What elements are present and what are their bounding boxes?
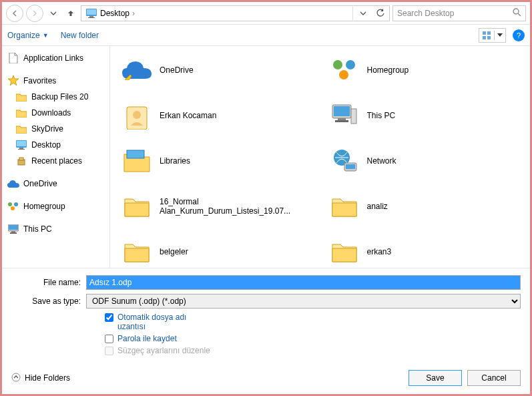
search-input[interactable]	[397, 9, 509, 18]
file-item[interactable]: Libraries	[119, 144, 314, 178]
svg-point-28	[133, 111, 141, 119]
chevron-down-icon	[497, 33, 503, 37]
save-button[interactable]: Save	[409, 370, 462, 386]
sidebar-item-label: Desktop	[31, 140, 61, 150]
svg-rect-2	[89, 16, 93, 17]
file-item[interactable]: Erkan Kocaman	[119, 98, 314, 133]
password-checkbox[interactable]: Parola ile kaydet	[105, 334, 212, 343]
chevron-right-icon[interactable]: ›	[132, 9, 135, 18]
filename-label: File name:	[11, 278, 86, 287]
sidebar-fav-item[interactable]: Recent places	[2, 153, 109, 169]
address-bar[interactable]: Desktop ›	[81, 5, 390, 21]
chevron-down-icon: ▼	[43, 32, 49, 39]
file-item[interactable]: analiz	[327, 189, 521, 224]
view-options-button[interactable]	[479, 28, 506, 43]
file-item[interactable]: Homegroup	[327, 53, 521, 87]
sidebar-item-favorites[interactable]: Favorites	[2, 73, 109, 89]
filename-input[interactable]	[86, 275, 521, 290]
sidebar-fav-item[interactable]: Downloads	[2, 105, 109, 121]
help-button[interactable]: ?	[513, 29, 525, 41]
svg-rect-11	[17, 141, 26, 146]
file-item-label: belgeler	[160, 247, 188, 256]
svg-rect-13	[18, 149, 25, 150]
sidebar-fav-item[interactable]: Desktop	[2, 137, 109, 153]
file-item-label: Network	[367, 156, 396, 166]
sidebar: Application Links Favorites Backup Files…	[2, 46, 110, 268]
file-item-label: Libraries	[160, 156, 190, 166]
file-item[interactable]: This PC	[327, 98, 521, 133]
hide-folders-label: Hide Folders	[25, 373, 70, 383]
sidebar-fav-item[interactable]: Backup Files 20	[2, 89, 109, 105]
svg-point-4	[513, 9, 519, 14]
forward-button[interactable]	[26, 5, 43, 22]
svg-rect-15	[19, 158, 23, 160]
file-item-label: Erkan Kocaman	[160, 111, 216, 120]
sidebar-item-label: Favorites	[23, 76, 56, 85]
file-item[interactable]: Network	[327, 144, 521, 178]
svg-rect-6	[483, 31, 486, 35]
folder-icon	[15, 91, 27, 103]
saveastype-label: Save as type:	[11, 296, 86, 306]
svg-point-38	[12, 373, 20, 381]
recent-icon	[15, 155, 27, 167]
svg-rect-22	[10, 232, 17, 234]
filter-checkbox: Süzgeç ayarlarını düzenle	[105, 346, 212, 355]
file-item-label: This PC	[367, 111, 396, 120]
sidebar-item-label: Downloads	[31, 108, 71, 118]
svg-rect-1	[87, 9, 96, 15]
file-item[interactable]: belgeler	[119, 234, 314, 268]
file-item-label: erkan3	[367, 247, 392, 256]
organize-menu[interactable]: Organize ▼	[7, 31, 49, 40]
onedrive-icon	[7, 178, 19, 190]
file-item[interactable]: 16_Normal Alan_Kurum_Durum_Listesi_19.07…	[119, 189, 314, 224]
svg-rect-7	[487, 31, 491, 35]
sidebar-item-thispc[interactable]: This PC	[2, 221, 109, 237]
recent-dropdown[interactable]	[46, 6, 61, 21]
svg-rect-34	[127, 150, 144, 158]
onedrive-icon	[122, 55, 152, 85]
up-button[interactable]	[63, 6, 78, 21]
svg-rect-32	[335, 120, 348, 122]
sidebar-item-label: Application Links	[23, 53, 83, 63]
toolbar: Organize ▼ New folder ?	[2, 25, 530, 46]
auto-extension-checkbox[interactable]: Otomatik dosya adı uzantısı	[105, 313, 212, 331]
sidebar-item-label: OneDrive	[23, 179, 57, 188]
hide-folders-button[interactable]: Hide Folders	[11, 373, 70, 384]
svg-point-24	[333, 60, 342, 69]
password-label: Parola ile kaydet	[117, 334, 177, 343]
svg-point-17	[14, 202, 18, 206]
sidebar-item-onedrive[interactable]: OneDrive	[2, 176, 109, 192]
user-icon	[122, 101, 152, 130]
sidebar-item-label: Recent places	[31, 156, 82, 166]
sidebar-item-app-links[interactable]: Application Links	[2, 50, 109, 66]
back-button[interactable]	[6, 5, 23, 22]
sidebar-item-label: Backup Files 20	[31, 92, 88, 102]
file-item[interactable]: erkan3	[327, 234, 521, 268]
svg-point-26	[339, 70, 348, 79]
dialog-footer: Hide Folders Save Cancel	[2, 365, 530, 394]
dropdown-history[interactable]	[356, 10, 370, 17]
sidebar-item-label: Homegroup	[23, 202, 65, 211]
sidebar-item-label: SkyDrive	[31, 124, 63, 134]
sidebar-item-homegroup[interactable]: Homegroup	[2, 198, 109, 214]
nav-bar: Desktop ›	[2, 2, 530, 25]
svg-rect-31	[338, 118, 346, 120]
search-box[interactable]	[392, 5, 526, 21]
folder-icon	[122, 237, 152, 266]
new-folder-button[interactable]: New folder	[61, 31, 99, 40]
folder-icon	[122, 192, 152, 221]
refresh-button[interactable]	[373, 9, 388, 18]
svg-rect-20	[9, 225, 18, 230]
folder-icon	[330, 192, 359, 221]
homegroup-icon	[7, 200, 19, 212]
saveastype-select[interactable]: ODF Sunum (.odp) (*.odp)	[86, 294, 521, 309]
sidebar-fav-item[interactable]: SkyDrive	[2, 121, 109, 137]
cancel-button[interactable]: Cancel	[467, 370, 521, 386]
file-item[interactable]: OneDrive	[119, 53, 314, 87]
svg-rect-9	[487, 36, 491, 39]
svg-point-18	[11, 206, 15, 210]
filter-label: Süzgeç ayarlarını düzenle	[117, 346, 210, 355]
breadcrumb-desktop[interactable]: Desktop	[100, 9, 129, 18]
folder-icon	[15, 107, 27, 119]
file-item-label: Homegroup	[367, 65, 409, 75]
